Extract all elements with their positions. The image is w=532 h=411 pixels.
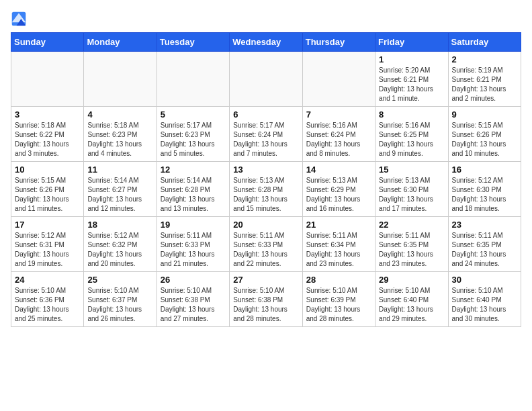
day-number: 24 [15,275,80,285]
day-number: 30 [452,275,517,285]
logo [11,11,30,27]
day-info: Sunrise: 5:13 AMSunset: 6:30 PMDaylight:… [379,176,444,214]
day-info: Sunrise: 5:10 AMSunset: 6:36 PMDaylight:… [15,286,80,324]
calendar-day-cell [84,52,157,107]
day-info: Sunrise: 5:15 AMSunset: 6:26 PMDaylight:… [15,176,80,214]
day-number: 3 [15,109,80,120]
day-info: Sunrise: 5:10 AMSunset: 6:38 PMDaylight:… [233,286,298,324]
calendar-day-cell: 20Sunrise: 5:11 AMSunset: 6:33 PMDayligh… [230,217,302,272]
day-number: 27 [233,275,298,285]
day-number: 18 [87,220,152,230]
calendar-table: SundayMondayTuesdayWednesdayThursdayFrid… [11,32,521,327]
calendar-week-row: 3Sunrise: 5:18 AMSunset: 6:22 PMDaylight… [11,107,521,162]
day-number: 22 [379,220,444,230]
calendar-day-cell: 17Sunrise: 5:12 AMSunset: 6:31 PMDayligh… [11,217,84,272]
day-number: 17 [15,220,80,230]
day-number: 11 [87,165,152,175]
calendar-day-cell: 30Sunrise: 5:10 AMSunset: 6:40 PMDayligh… [448,272,521,327]
day-number: 15 [379,165,444,175]
day-number: 2 [452,54,517,64]
day-info: Sunrise: 5:10 AMSunset: 6:38 PMDaylight:… [161,286,226,324]
day-info: Sunrise: 5:10 AMSunset: 6:40 PMDaylight:… [452,286,517,324]
day-number: 21 [306,220,371,230]
calendar-day-cell: 10Sunrise: 5:15 AMSunset: 6:26 PMDayligh… [11,162,84,217]
weekday-header: Saturday [448,33,521,52]
day-info: Sunrise: 5:16 AMSunset: 6:25 PMDaylight:… [379,121,444,158]
calendar-week-row: 17Sunrise: 5:12 AMSunset: 6:31 PMDayligh… [11,217,521,272]
calendar-day-cell: 4Sunrise: 5:18 AMSunset: 6:23 PMDaylight… [84,107,157,162]
day-number: 8 [379,109,444,120]
calendar-header-row: SundayMondayTuesdayWednesdayThursdayFrid… [11,33,521,52]
day-number: 13 [233,165,298,175]
calendar-day-cell: 15Sunrise: 5:13 AMSunset: 6:30 PMDayligh… [375,162,448,217]
day-number: 29 [379,275,444,285]
calendar-day-cell: 6Sunrise: 5:17 AMSunset: 6:24 PMDaylight… [230,107,302,162]
calendar-day-cell: 5Sunrise: 5:17 AMSunset: 6:23 PMDaylight… [157,107,229,162]
calendar-day-cell: 23Sunrise: 5:11 AMSunset: 6:35 PMDayligh… [448,217,521,272]
day-number: 25 [87,275,152,285]
day-info: Sunrise: 5:18 AMSunset: 6:22 PMDaylight:… [15,121,80,158]
calendar-day-cell: 13Sunrise: 5:13 AMSunset: 6:28 PMDayligh… [230,162,302,217]
day-info: Sunrise: 5:10 AMSunset: 6:37 PMDaylight:… [87,286,152,324]
calendar-day-cell: 29Sunrise: 5:10 AMSunset: 6:40 PMDayligh… [375,272,448,327]
day-number: 28 [306,275,371,285]
day-info: Sunrise: 5:16 AMSunset: 6:24 PMDaylight:… [306,121,371,158]
day-info: Sunrise: 5:12 AMSunset: 6:30 PMDaylight:… [452,176,517,214]
day-number: 10 [15,165,80,175]
day-number: 1 [379,54,444,64]
calendar-day-cell: 7Sunrise: 5:16 AMSunset: 6:24 PMDaylight… [302,107,375,162]
day-info: Sunrise: 5:15 AMSunset: 6:26 PMDaylight:… [452,121,517,158]
day-info: Sunrise: 5:10 AMSunset: 6:40 PMDaylight:… [379,286,444,324]
day-number: 9 [452,109,517,120]
day-info: Sunrise: 5:11 AMSunset: 6:34 PMDaylight:… [306,231,371,269]
weekday-header: Monday [84,33,157,52]
day-info: Sunrise: 5:11 AMSunset: 6:33 PMDaylight:… [161,231,226,269]
day-info: Sunrise: 5:11 AMSunset: 6:33 PMDaylight:… [233,231,298,269]
calendar-day-cell [157,52,229,107]
calendar-day-cell: 25Sunrise: 5:10 AMSunset: 6:37 PMDayligh… [84,272,157,327]
calendar-day-cell: 3Sunrise: 5:18 AMSunset: 6:22 PMDaylight… [11,107,84,162]
day-number: 14 [306,165,371,175]
calendar-day-cell: 27Sunrise: 5:10 AMSunset: 6:38 PMDayligh… [230,272,302,327]
calendar-day-cell: 16Sunrise: 5:12 AMSunset: 6:30 PMDayligh… [448,162,521,217]
calendar-day-cell: 8Sunrise: 5:16 AMSunset: 6:25 PMDaylight… [375,107,448,162]
calendar-day-cell [11,52,84,107]
calendar-day-cell: 18Sunrise: 5:12 AMSunset: 6:32 PMDayligh… [84,217,157,272]
calendar-day-cell: 12Sunrise: 5:14 AMSunset: 6:28 PMDayligh… [157,162,229,217]
day-number: 5 [161,109,226,120]
weekday-header: Wednesday [230,33,302,52]
day-info: Sunrise: 5:18 AMSunset: 6:23 PMDaylight:… [87,121,152,158]
calendar-week-row: 1Sunrise: 5:20 AMSunset: 6:21 PMDaylight… [11,52,521,107]
day-number: 12 [161,165,226,175]
day-number: 20 [233,220,298,230]
calendar-day-cell: 21Sunrise: 5:11 AMSunset: 6:34 PMDayligh… [302,217,375,272]
header [11,11,521,27]
day-info: Sunrise: 5:12 AMSunset: 6:31 PMDaylight:… [15,231,80,269]
day-info: Sunrise: 5:19 AMSunset: 6:21 PMDaylight:… [452,66,517,103]
logo-icon [11,11,27,27]
day-number: 26 [161,275,226,285]
weekday-header: Sunday [11,33,84,52]
calendar-day-cell: 11Sunrise: 5:14 AMSunset: 6:27 PMDayligh… [84,162,157,217]
weekday-header: Tuesday [157,33,229,52]
calendar-day-cell: 26Sunrise: 5:10 AMSunset: 6:38 PMDayligh… [157,272,229,327]
day-info: Sunrise: 5:14 AMSunset: 6:28 PMDaylight:… [161,176,226,214]
day-info: Sunrise: 5:13 AMSunset: 6:29 PMDaylight:… [306,176,371,214]
day-info: Sunrise: 5:12 AMSunset: 6:32 PMDaylight:… [87,231,152,269]
calendar-day-cell: 9Sunrise: 5:15 AMSunset: 6:26 PMDaylight… [448,107,521,162]
day-info: Sunrise: 5:13 AMSunset: 6:28 PMDaylight:… [233,176,298,214]
calendar-day-cell: 14Sunrise: 5:13 AMSunset: 6:29 PMDayligh… [302,162,375,217]
day-info: Sunrise: 5:17 AMSunset: 6:23 PMDaylight:… [161,121,226,158]
calendar-day-cell: 28Sunrise: 5:10 AMSunset: 6:39 PMDayligh… [302,272,375,327]
weekday-header: Thursday [302,33,375,52]
day-info: Sunrise: 5:17 AMSunset: 6:24 PMDaylight:… [233,121,298,158]
day-number: 23 [452,220,517,230]
calendar-day-cell [302,52,375,107]
calendar-day-cell: 1Sunrise: 5:20 AMSunset: 6:21 PMDaylight… [375,52,448,107]
calendar-day-cell: 2Sunrise: 5:19 AMSunset: 6:21 PMDaylight… [448,52,521,107]
day-number: 19 [161,220,226,230]
day-info: Sunrise: 5:11 AMSunset: 6:35 PMDaylight:… [379,231,444,269]
calendar-day-cell [230,52,302,107]
calendar-week-row: 24Sunrise: 5:10 AMSunset: 6:36 PMDayligh… [11,272,521,327]
calendar-day-cell: 22Sunrise: 5:11 AMSunset: 6:35 PMDayligh… [375,217,448,272]
